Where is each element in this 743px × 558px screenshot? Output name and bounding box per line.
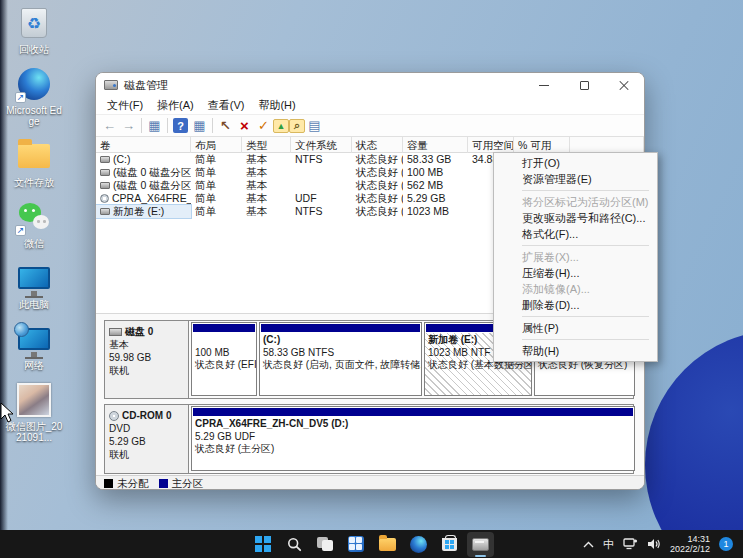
system-tray: 中 14:31 2022/2/12 1 [583,530,743,558]
recycle-bin-icon: ♻ [21,8,47,38]
taskbar: 中 14:31 2022/2/12 1 [0,530,743,558]
disk-management-app-icon [104,80,118,90]
menu-item-open[interactable]: 打开(O) [494,155,657,171]
menu-item-format[interactable]: 格式化(F)... [494,226,657,242]
network-icon[interactable] [623,538,638,550]
menu-file[interactable]: 文件(F) [100,98,150,113]
volume-context-menu: 打开(O) 资源管理器(E) 将分区标记为活动分区(M) 更改驱动器号和路径(C… [493,152,658,362]
disk0-info[interactable]: 磁盘 0 基本 59.98 GB 联机 [105,321,189,398]
file-explorer-button[interactable] [374,532,401,557]
col-capacity[interactable]: 容量 [403,137,468,153]
cdrom0-row: CD-ROM 0 DVD 5.29 GB 联机 CPRA_X64FRE_ZH-C… [104,404,634,474]
maximize-button[interactable] [564,73,604,97]
volume-list-header: 卷 布局 类型 文件系统 状态 容量 可用空间 % 可用 [96,137,644,153]
desktop-icon-edge[interactable]: ↗ Microsoft Edge [2,65,66,127]
menu-help[interactable]: 帮助(H) [251,98,302,113]
menu-separator [522,339,649,340]
image-thumbnail [17,383,51,417]
disk-management-icon [472,538,489,551]
store-button[interactable] [436,532,463,557]
notification-badge[interactable]: 1 [719,537,733,551]
close-button[interactable] [604,73,644,97]
desktop-icon-label: 网络 [24,360,44,371]
menu-separator [522,190,649,191]
col-free-space[interactable]: 可用空间 [468,137,514,153]
clock-date: 2022/2/12 [670,544,710,554]
back-icon[interactable]: ← [100,117,119,135]
minimize-button[interactable] [524,73,564,97]
widgets-icon [348,536,364,552]
network-icon [18,328,50,350]
col-pct-free[interactable]: % 可用 [514,137,570,153]
menu-item-extend-volume: 扩展卷(X)... [494,249,657,265]
primary-partition-swatch [159,479,168,488]
disk-management-taskbar-button[interactable] [467,532,494,557]
partition-efi[interactable]: 100 MB 状态良好 (EFI 系 [191,322,257,396]
clock-time: 14:31 [670,534,710,544]
menu-view[interactable]: 查看(V) [201,98,252,113]
menu-item-shrink-volume[interactable]: 压缩卷(H)... [494,265,657,281]
desktop-icon-recycle-bin[interactable]: ♻ 回收站 [2,4,66,55]
windows-logo-icon [255,536,271,552]
desktop-icon-this-pc[interactable]: 此电脑 [2,259,66,310]
partition-dvd-d[interactable]: CPRA_X64FRE_ZH-CN_DV5 (D:) 5.29 GB UDF 状… [191,406,635,471]
menu-item-mark-active: 将分区标记为活动分区(M) [494,194,657,210]
drive-icon [100,182,110,189]
menu-item-properties[interactable]: 属性(P) [494,320,657,336]
start-button[interactable] [250,532,277,557]
pointer-icon[interactable]: ↖ [216,117,235,135]
tray-chevron-icon[interactable] [583,541,594,548]
edge-button[interactable] [405,532,432,557]
col-filesystem[interactable]: 文件系统 [291,137,352,153]
desktop: ♻ 回收站 ↗ Microsoft Edge 文件存放 ↗ 微信 此电脑 网络 [0,0,743,558]
folder-search-icon[interactable]: ⌕ [289,119,305,133]
task-view-button[interactable] [312,532,339,557]
cd-icon [100,194,109,203]
cd-icon [109,411,119,421]
this-pc-icon [18,267,50,289]
desktop-icon-label: 回收站 [19,44,49,55]
disk-icon [109,328,122,336]
menu-item-help[interactable]: 帮助(H) [494,343,657,359]
desktop-icon-label: 微信图片_2021091... [4,421,64,443]
taskbar-center [250,530,494,558]
menu-item-explorer[interactable]: 资源管理器(E) [494,171,657,187]
volume-icon[interactable] [647,538,661,550]
input-method-indicator[interactable]: 中 [603,537,614,552]
menu-separator [522,316,649,317]
menu-item-delete-volume[interactable]: 删除卷(D)... [494,297,657,313]
help-icon[interactable]: ? [173,118,188,133]
delete-volume-icon[interactable]: × [235,117,254,135]
desktop-icon-wechat[interactable]: ↗ 微信 [2,198,66,249]
tasks-check-icon[interactable]: ✓ [254,117,273,135]
properties-icon[interactable]: ▤ [305,117,324,135]
show-console-tree-icon[interactable]: ▦ [145,117,164,135]
taskbar-clock[interactable]: 14:31 2022/2/12 [670,534,710,554]
legend-bar: 未分配 主分区 [96,475,644,490]
col-layout[interactable]: 布局 [191,137,242,153]
col-volume[interactable]: 卷 [96,137,191,153]
col-status[interactable]: 状态 [352,137,403,153]
menu-separator [522,245,649,246]
folder-icon [18,144,50,168]
desktop-icon-network[interactable]: 网络 [2,320,66,371]
desktop-icon-folder[interactable]: 文件存放 [2,137,66,188]
menu-action[interactable]: 操作(A) [150,98,201,113]
desktop-icon-label: 文件存放 [14,177,54,188]
mouse-cursor [0,402,16,424]
partition-c[interactable]: (C:) 58.33 GB NTFS 状态良好 (启动, 页面文件, 故障转储,… [259,322,422,396]
forward-icon[interactable]: → [119,117,138,135]
col-type[interactable]: 类型 [242,137,291,153]
shortcut-arrow-icon: ↗ [15,225,26,236]
drive-icon [100,208,110,215]
widgets-button[interactable] [343,532,370,557]
search-button[interactable] [281,532,308,557]
folder-up-icon[interactable]: ▲ [273,119,289,133]
desktop-icon-label: 此电脑 [19,299,49,310]
show-action-pane-icon[interactable]: ▦ [190,117,209,135]
title-bar[interactable]: 磁盘管理 [96,73,644,97]
edge-icon [410,536,427,553]
cdrom0-info[interactable]: CD-ROM 0 DVD 5.29 GB 联机 [105,405,189,473]
menu-item-change-drive-letter[interactable]: 更改驱动器号和路径(C)... [494,210,657,226]
primary-partition-band [261,324,420,332]
